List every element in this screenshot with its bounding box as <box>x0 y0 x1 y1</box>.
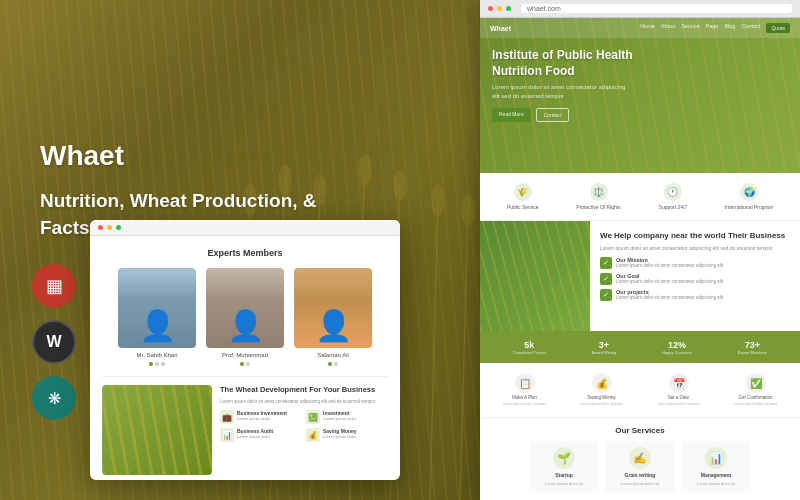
mid-title: We Help company near the world Their Bus… <box>600 231 790 240</box>
nav-contact[interactable]: Contact <box>741 23 760 33</box>
service-name-2: Grain writing <box>625 472 656 478</box>
feature-label-1: Public Service <box>507 204 539 210</box>
stat-happy: 12% Happy Customer <box>662 340 692 355</box>
mid-field-image <box>480 221 590 331</box>
saving-step-icon: 💰 <box>592 373 612 393</box>
minimize-dot <box>107 225 112 230</box>
goal-icon: ✓ <box>600 273 612 285</box>
wheat-features-grid: 💼 Business Investment Lorem ipsum dolor … <box>220 410 388 442</box>
services-grid: 🌱 Startup Lorem ipsum dolor sit ✍️ Grain… <box>490 441 790 492</box>
step-label-4: Get Confirmation <box>738 395 772 400</box>
expert-card-1: Mr. Sahib Khan <box>117 268 197 366</box>
maximize-dot <box>116 225 121 230</box>
browser-maximize[interactable] <box>506 6 511 11</box>
svg-line-5 <box>430 200 438 500</box>
expert-dots-1 <box>149 362 165 366</box>
step-date: 📅 Set a Date Lorem ipsum dolor sit amet <box>657 373 699 407</box>
expert-card-2: Prof. Muhammad <box>205 268 285 366</box>
plan-icon: 📋 <box>515 373 535 393</box>
hero-buttons: Read More Contact <box>492 108 652 122</box>
nav-home[interactable]: Home <box>640 23 655 33</box>
steps-section: 📋 Make A Plan Lorem ipsum dolor sit amet… <box>480 363 800 418</box>
features-row: 🌾 Public Service ⚖️ Protective Of Rights… <box>480 173 800 221</box>
wheat-section-text: Lorem ipsum dolor sit amet consectetur a… <box>220 399 388 405</box>
menubar-icon[interactable]: ▦ <box>32 264 76 308</box>
wordpress-icon[interactable]: W <box>32 320 76 364</box>
left-mockup-window: Experts Members Mr. Sahib Khan Prof. Muh… <box>90 220 400 480</box>
stat-completed: 5k Completed Project <box>513 340 546 355</box>
mission-desc-3: Lorem ipsum dolor sit amet consectetur a… <box>616 295 723 301</box>
experts-row: Mr. Sahib Khan Prof. Muhammad Salaman Al… <box>102 268 388 366</box>
step-label-1: Make A Plan <box>512 395 537 400</box>
projects-icon: ✓ <box>600 289 612 301</box>
nav-page[interactable]: Page <box>706 23 719 33</box>
business-investment-icon: 💼 <box>220 410 234 424</box>
stat-num-3: 12% <box>668 340 686 350</box>
svg-line-6 <box>460 210 468 500</box>
envato-icon[interactable]: ❋ <box>32 376 76 420</box>
rights-icon: ⚖️ <box>590 183 608 201</box>
nav-about[interactable]: About <box>661 23 675 33</box>
svg-point-13 <box>462 195 474 225</box>
svg-point-12 <box>432 185 444 215</box>
feature-label-3: Support 24/7 <box>659 204 688 210</box>
step-label-2: Saving Money <box>587 395 616 400</box>
nav-service[interactable]: Service <box>681 23 699 33</box>
wf-desc-4: Lorem ipsum dolor <box>323 434 357 439</box>
svg-point-10 <box>359 155 371 185</box>
service-desc-3: Lorem ipsum dolor sit <box>697 481 735 486</box>
saving-icon: 💰 <box>306 428 320 442</box>
right-browser-panel: whaet.com Whaet Home About Service Page … <box>480 0 800 500</box>
feature-support: 🕐 Support 24/7 <box>659 183 688 210</box>
stat-num-4: 73+ <box>745 340 760 350</box>
expert-name-1: Mr. Sahib Khan <box>136 352 177 358</box>
services-section-title: Our Services <box>490 426 790 435</box>
wf-desc-3: Lorem ipsum dolor <box>237 434 273 439</box>
step-confirm: ✅ Get Confirmation Lorem ipsum dolor sit… <box>734 373 776 407</box>
nav-blog[interactable]: Blog <box>724 23 735 33</box>
date-icon: 📅 <box>669 373 689 393</box>
mid-description: Lorem ipsum dolor sit amet consectetur a… <box>600 245 790 252</box>
step-plan: 📋 Make A Plan Lorem ipsum dolor sit amet <box>503 373 545 407</box>
wheat-feature-2: 💹 Investment Lorem ipsum dolor <box>306 410 388 424</box>
hero-text-block: Institute of Public Health Nutrition Foo… <box>492 48 652 122</box>
expert-dots-2 <box>240 362 250 366</box>
nav-links: Home About Service Page Blog Contact Quo… <box>640 23 790 33</box>
service-card-writing: ✍️ Grain writing Lorem ipsum dolor sit <box>605 441 675 492</box>
social-icons-list: ▦ W ❋ <box>32 264 76 420</box>
service-desc-2: Lorem ipsum dolor sit <box>621 481 659 486</box>
expert-dots-3 <box>328 362 338 366</box>
expert-card-3: Salaman Ali <box>293 268 373 366</box>
expert-name-2: Prof. Muhammad <box>222 352 268 358</box>
confirm-icon: ✅ <box>746 373 766 393</box>
mockup-browser-chrome <box>90 220 400 236</box>
mission-item-2: ✓ Our Goal Lorem ipsum dolor sit amet co… <box>600 273 790 285</box>
browser-minimize[interactable] <box>497 6 502 11</box>
wheat-feature-1: 💼 Business Investment Lorem ipsum dolor <box>220 410 302 424</box>
international-icon: 🌍 <box>740 183 758 201</box>
mission-desc-1: Lorem ipsum dolor sit amet consectetur a… <box>616 263 723 269</box>
hero-title: Institute of Public Health Nutrition Foo… <box>492 48 652 79</box>
investment-icon: 💹 <box>306 410 320 424</box>
startup-icon: 🌱 <box>553 447 575 469</box>
mission-item-3: ✓ Our projects Lorem ipsum dolor sit ame… <box>600 289 790 301</box>
browser-close[interactable] <box>488 6 493 11</box>
hero-read-more-button[interactable]: Read More <box>492 108 531 122</box>
mockup-body: Experts Members Mr. Sahib Khan Prof. Muh… <box>90 236 400 480</box>
feature-rights: ⚖️ Protective Of Rights <box>576 183 620 210</box>
hero-contact-button[interactable]: Contact <box>536 108 569 122</box>
wheat-field-image <box>102 385 212 475</box>
stats-bar: 5k Completed Project 3+ Award Wining 12%… <box>480 331 800 363</box>
service-desc-1: Lorem ipsum dolor sit <box>545 481 583 486</box>
expert-photo-2 <box>206 268 284 348</box>
middle-content-section: We Help company near the world Their Bus… <box>480 221 800 331</box>
step-desc-3: Lorem ipsum dolor sit amet <box>657 402 699 407</box>
writing-icon: ✍️ <box>629 447 651 469</box>
browser-url-bar[interactable]: whaet.com <box>521 4 792 13</box>
browser-chrome-bar: whaet.com <box>480 0 800 18</box>
wheat-section-title: The Wheat Development For Your Business <box>220 385 388 395</box>
mission-desc-2: Lorem ipsum dolor sit amet consectetur a… <box>616 279 723 285</box>
service-card-startup: 🌱 Startup Lorem ipsum dolor sit <box>529 441 599 492</box>
experts-section-title: Experts Members <box>102 248 388 258</box>
nav-quote-button[interactable]: Quote <box>766 23 790 33</box>
